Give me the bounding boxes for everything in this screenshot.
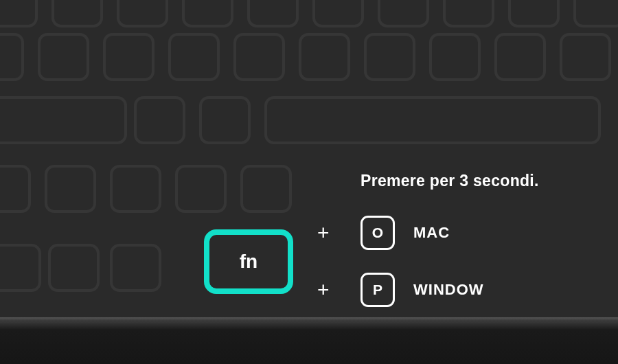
ghost-key: [0, 96, 127, 144]
p-key: P: [360, 273, 395, 307]
fn-key-label: fn: [240, 251, 258, 273]
ghost-key: [110, 165, 161, 213]
ghost-key: [508, 0, 560, 27]
ghost-key: [38, 33, 89, 81]
window-label: WINDOW: [413, 281, 484, 299]
ghost-key: [45, 165, 96, 213]
ghost-key: [429, 33, 481, 81]
keyboard-shortcut-diagram: Premere per 3 secondi. fn + + O P MAC WI…: [0, 0, 618, 364]
mac-label: MAC: [413, 224, 450, 242]
ghost-key: [560, 33, 611, 81]
ghost-key: [299, 33, 350, 81]
desk-surface: [0, 321, 618, 364]
plus-icon: +: [317, 223, 330, 243]
instruction-text: Premere per 3 secondi.: [360, 172, 539, 190]
ghost-key: [199, 96, 251, 144]
ghost-key: [0, 165, 31, 213]
ghost-key: [233, 33, 285, 81]
ghost-key: [110, 244, 161, 292]
ghost-key: [264, 96, 601, 144]
ghost-key: [182, 0, 233, 27]
ghost-key: [378, 0, 429, 27]
ghost-key: [134, 96, 185, 144]
ghost-key: [0, 33, 24, 81]
ghost-key: [247, 0, 299, 27]
o-key-label: O: [372, 225, 383, 241]
plus-icon: +: [317, 280, 330, 300]
ghost-key: [240, 165, 292, 213]
ghost-key: [0, 244, 41, 292]
ghost-key: [0, 0, 38, 27]
ghost-key: [312, 0, 364, 27]
ghost-key: [175, 165, 227, 213]
ghost-key: [364, 33, 415, 81]
ghost-key: [573, 0, 618, 27]
ghost-key: [168, 33, 220, 81]
o-key: O: [360, 216, 395, 250]
ghost-key: [103, 33, 154, 81]
ghost-key: [52, 0, 103, 27]
p-key-label: P: [373, 282, 382, 298]
ghost-key: [494, 33, 546, 81]
ghost-key: [443, 0, 494, 27]
fn-key: fn: [204, 229, 293, 294]
ghost-key: [48, 244, 100, 292]
ghost-key: [117, 0, 168, 27]
